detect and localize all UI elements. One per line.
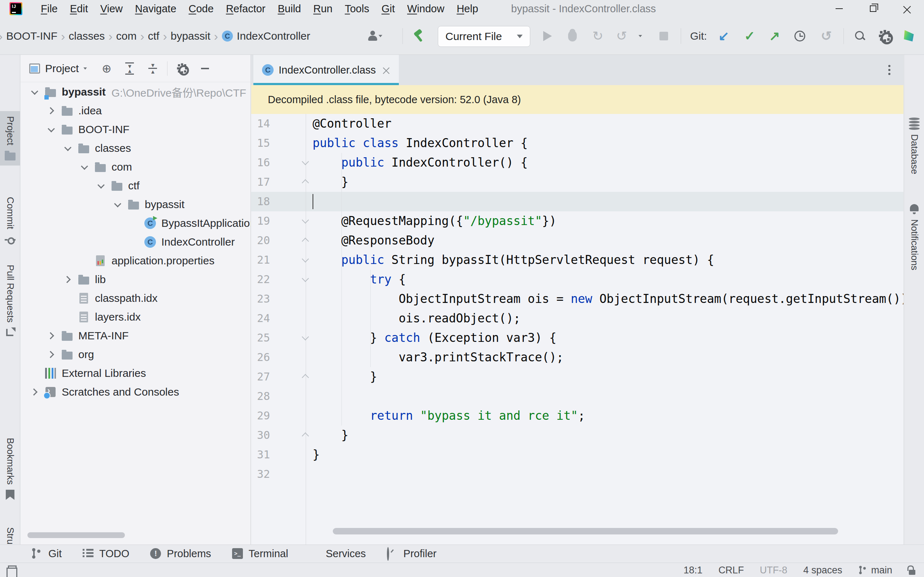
menu-item-navigate[interactable]: Navigate: [129, 0, 182, 17]
toolwindow-button-todo[interactable]: TODO: [82, 548, 129, 560]
fold-collapse-icon[interactable]: [301, 158, 310, 167]
tree-expand-arrow-icon[interactable]: [63, 143, 73, 153]
tree-row-application-properties[interactable]: application.properties: [21, 251, 250, 270]
menu-item-file[interactable]: File: [35, 0, 64, 17]
breadcrumb-item-ctf[interactable]: ctf: [148, 30, 160, 42]
plugin-button[interactable]: [901, 24, 917, 48]
tree-expand-arrow-icon[interactable]: [30, 387, 39, 397]
tree-row-com[interactable]: com: [21, 158, 250, 176]
tab-options-kebab-icon[interactable]: [888, 65, 890, 67]
menu-item-edit[interactable]: Edit: [64, 0, 94, 17]
toolwindow-button-git[interactable]: Git: [32, 548, 62, 560]
menu-item-window[interactable]: Window: [401, 0, 451, 17]
expand-all-button[interactable]: ▼▲: [123, 62, 136, 75]
tree-row-org[interactable]: org: [21, 345, 250, 364]
tree-row-bypassit[interactable]: bypassit: [21, 195, 250, 214]
editor-hscrollbar[interactable]: [333, 528, 838, 534]
stop-button[interactable]: [656, 24, 672, 48]
git-rollback-button[interactable]: ↺: [818, 24, 834, 48]
code-line[interactable]: 26 var3.printStackTrace();: [251, 348, 903, 367]
breadcrumb-item-com[interactable]: com: [116, 30, 137, 42]
fold-collapse-icon[interactable]: [301, 275, 310, 284]
git-push-button[interactable]: ↗: [767, 24, 782, 48]
profiler-dropdown[interactable]: [632, 24, 648, 48]
code-line[interactable]: 25 } catch (Exception var3) {: [251, 328, 903, 348]
collapse-all-button[interactable]: ▼▲: [147, 62, 159, 75]
code-line[interactable]: 32: [251, 464, 903, 484]
tree-row-ctf[interactable]: ctf: [21, 176, 250, 195]
project-tree-hscrollbar[interactable]: [27, 532, 125, 538]
tree-row-classpath-idx[interactable]: classpath.idx: [21, 289, 250, 308]
tree-expand-arrow-icon[interactable]: [113, 200, 122, 209]
minimize-button[interactable]: [822, 0, 856, 17]
tree-row-indexcontroller[interactable]: CIndexController: [21, 233, 250, 251]
menu-item-refactor[interactable]: Refactor: [220, 0, 272, 17]
build-button[interactable]: [411, 24, 426, 48]
fold-end-icon[interactable]: [301, 372, 310, 382]
run-configuration-select[interactable]: Current File: [438, 26, 530, 47]
stripe-button-project[interactable]: Project: [0, 111, 20, 166]
toolwindow-button-terminal[interactable]: >_Terminal: [232, 548, 288, 560]
code-line[interactable]: 23 ObjectInputStream ois = new ObjectInp…: [251, 289, 903, 309]
tree-expand-arrow-icon[interactable]: [47, 350, 56, 359]
stripe-button-bookmarks[interactable]: Bookmarks: [0, 433, 20, 505]
run-button[interactable]: [540, 24, 556, 48]
tree-row-external-libraries[interactable]: External Libraries: [21, 364, 250, 383]
tree-row-meta-inf[interactable]: META-INF: [21, 326, 250, 345]
tree-expand-arrow-icon[interactable]: [96, 181, 106, 190]
file-encoding[interactable]: UTF-8: [760, 565, 788, 576]
git-update-button[interactable]: ↙: [716, 24, 732, 48]
tree-row-classes[interactable]: classes: [21, 139, 250, 158]
toolwindow-button-profiler[interactable]: Profiler: [387, 548, 437, 560]
line-ending[interactable]: CRLF: [718, 565, 744, 576]
tree-expand-arrow-icon[interactable]: [47, 331, 56, 340]
menu-item-code[interactable]: Code: [183, 0, 220, 17]
chevron-down-icon[interactable]: [84, 68, 87, 69]
fold-end-icon[interactable]: [301, 236, 310, 245]
toolwindow-button-services[interactable]: Services: [309, 548, 366, 560]
menu-item-help[interactable]: Help: [451, 0, 485, 17]
code-line[interactable]: 16 public IndexController() {: [251, 153, 903, 172]
git-commit-button[interactable]: ✓: [742, 24, 758, 48]
tab-indexcontroller[interactable]: C IndexController.class: [254, 55, 399, 85]
code-line[interactable]: 22 try {: [251, 270, 903, 289]
project-settings-button[interactable]: [176, 62, 188, 75]
code-line[interactable]: 27 }: [251, 367, 903, 387]
breadcrumb-item-indexcontroller[interactable]: CIndexController: [221, 30, 310, 42]
tab-close-icon[interactable]: [382, 66, 390, 74]
stripe-button-database[interactable]: Database: [904, 113, 924, 179]
code-line[interactable]: 28: [251, 387, 903, 406]
toolwindow-layout-icon[interactable]: [8, 566, 16, 575]
code-line[interactable]: 24 ois.readObject();: [251, 309, 903, 328]
breadcrumb-item-classes[interactable]: classes: [69, 30, 105, 42]
tree-expand-arrow-icon[interactable]: [30, 87, 39, 97]
breadcrumb-item-bypassit[interactable]: bypassit: [171, 30, 210, 42]
tree-row-bypassit[interactable]: bypassitG:\OneDrive备份\Repo\CTF: [21, 82, 250, 102]
code-line[interactable]: 31}: [251, 445, 903, 464]
breadcrumb-item-boot-inf[interactable]: BOOT-INF: [6, 30, 57, 42]
stripe-button-notifications[interactable]: Notifications: [904, 199, 924, 276]
locate-file-button[interactable]: ⊕: [100, 62, 113, 75]
tree-row-lib[interactable]: lib: [21, 270, 250, 289]
fold-end-icon[interactable]: [301, 177, 310, 187]
debug-button[interactable]: [564, 24, 580, 48]
code-line[interactable]: 18: [251, 192, 903, 211]
indent-setting[interactable]: 4 spaces: [803, 565, 842, 576]
code-line[interactable]: 19 @RequestMapping({"/bypassit"}): [251, 211, 903, 231]
menu-item-git[interactable]: Git: [375, 0, 401, 17]
menu-item-view[interactable]: View: [94, 0, 129, 17]
tree-row--idea[interactable]: .idea: [21, 102, 250, 120]
code-line[interactable]: 17 }: [251, 172, 903, 192]
menu-item-run[interactable]: Run: [307, 0, 339, 17]
fold-end-icon[interactable]: [301, 430, 310, 440]
git-branch-widget[interactable]: main: [858, 565, 892, 576]
code-line[interactable]: 20 @ResponseBody: [251, 231, 903, 250]
git-history-button[interactable]: [792, 24, 808, 48]
code-line[interactable]: 15public class IndexController {: [251, 134, 903, 153]
profiler-button[interactable]: ↺: [614, 24, 630, 48]
fold-collapse-icon[interactable]: [301, 216, 310, 226]
code-line[interactable]: 14@Controller: [251, 114, 903, 134]
fold-collapse-icon[interactable]: [301, 255, 310, 265]
project-panel-title[interactable]: Project: [45, 62, 79, 75]
coverage-button[interactable]: ↻: [590, 24, 606, 48]
